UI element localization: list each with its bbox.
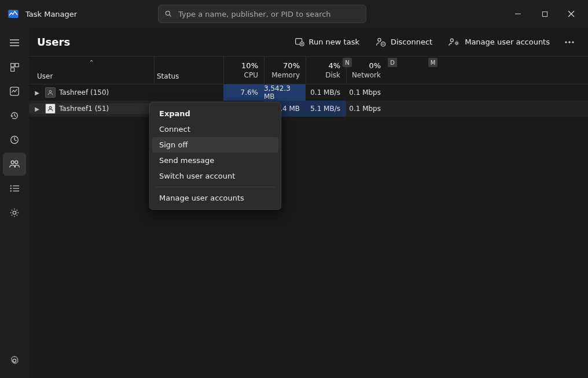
svg-point-38 [565, 41, 567, 43]
menu-send-message[interactable]: Send message [152, 153, 278, 168]
settings-button[interactable] [3, 349, 26, 372]
column-status[interactable]: Status [154, 57, 223, 84]
user-name: Tashreef1 (51) [59, 105, 109, 113]
window-controls [505, 5, 585, 23]
column-cpu[interactable]: 10% CPU [223, 57, 264, 84]
sort-caret-icon: ⌃ [89, 59, 94, 66]
nav-app-history[interactable] [3, 104, 26, 127]
column-user[interactable]: ⌃ User [29, 57, 154, 84]
column-badge-n: N [343, 58, 352, 67]
context-menu: Expand Connect Sign off Send message Swi… [149, 102, 281, 210]
manage-accounts-icon [449, 38, 460, 47]
minimize-button[interactable] [505, 5, 531, 23]
svg-line-18 [14, 140, 17, 141]
nav-startup[interactable] [3, 128, 26, 151]
svg-point-37 [456, 42, 458, 44]
nav-services[interactable] [3, 201, 26, 224]
column-memory[interactable]: 70% Memory [264, 57, 306, 84]
run-new-task-icon [295, 37, 304, 47]
svg-point-25 [10, 190, 12, 191]
user-avatar-icon [45, 103, 56, 114]
column-user-label: User [37, 72, 154, 80]
svg-point-1 [166, 11, 170, 15]
svg-point-39 [568, 41, 570, 43]
svg-point-33 [378, 38, 381, 41]
svg-point-28 [13, 359, 16, 362]
svg-point-21 [10, 185, 12, 186]
column-extra-m[interactable]: M [427, 57, 506, 84]
svg-point-19 [11, 161, 14, 164]
menu-expand[interactable]: Expand [152, 106, 278, 121]
run-new-task-button[interactable]: Run new task [288, 34, 366, 50]
run-new-task-label: Run new task [309, 38, 359, 46]
memory-cell: 3,542.3 MB [264, 84, 306, 101]
column-headers: ⌃ User Status 10% CPU 70% Memory N 4% Di… [29, 57, 588, 84]
more-options-button[interactable] [559, 33, 580, 51]
disconnect-button[interactable]: Disconnect [369, 34, 439, 51]
user-avatar-icon [45, 87, 56, 98]
memory-label: Memory [264, 71, 300, 79]
svg-line-15 [14, 116, 16, 117]
user-row[interactable]: ▶ Tashreef (150) 7.6% 3,542.3 MB 0.1 MB/… [29, 84, 588, 101]
user-rows: ▶ Tashreef (150) 7.6% 3,542.3 MB 0.1 MB/… [29, 84, 588, 117]
search-input[interactable] [178, 10, 360, 18]
search-box[interactable] [158, 5, 366, 23]
svg-point-36 [451, 39, 454, 42]
user-name: Tashreef (150) [59, 88, 109, 97]
svg-rect-11 [15, 63, 19, 66]
title-bar: Task Manager [0, 0, 588, 28]
page-title: Users [37, 36, 70, 48]
cpu-cell: 7.6% [223, 84, 264, 101]
svg-point-41 [49, 90, 52, 92]
column-extra-d[interactable]: D [387, 57, 427, 84]
disk-cell: 0.1 MB/s [306, 88, 346, 97]
chevron-right-icon[interactable]: ▶ [32, 106, 42, 112]
main-content: Users Run new task Disconnect Manage use… [29, 28, 588, 378]
cpu-label: CPU [224, 71, 258, 79]
nav-users[interactable] [3, 153, 26, 176]
disconnect-icon [376, 37, 386, 47]
menu-separator [156, 187, 275, 187]
svg-point-27 [13, 211, 16, 214]
nav-details[interactable] [3, 177, 26, 200]
cpu-percent: 10% [224, 61, 258, 71]
svg-point-40 [572, 41, 574, 43]
svg-rect-12 [10, 68, 14, 71]
disk-label: Disk [306, 71, 340, 79]
badge-m: M [428, 58, 438, 67]
svg-point-20 [15, 161, 18, 164]
chevron-right-icon[interactable]: ▶ [32, 90, 42, 96]
svg-rect-10 [10, 63, 14, 66]
svg-point-23 [10, 188, 12, 189]
hamburger-button[interactable] [3, 31, 26, 54]
menu-connect[interactable]: Connect [152, 121, 278, 137]
page-toolbar: Users Run new task Disconnect Manage use… [29, 28, 588, 57]
svg-rect-4 [542, 12, 547, 16]
more-icon [565, 41, 574, 43]
disconnect-label: Disconnect [391, 38, 432, 46]
svg-point-42 [49, 106, 52, 109]
manage-accounts-label: Manage user accounts [465, 38, 550, 46]
menu-switch-user[interactable]: Switch user account [152, 168, 278, 184]
close-button[interactable] [558, 5, 585, 23]
window-title: Task Manager [25, 10, 77, 18]
column-status-label: Status [157, 72, 223, 80]
nav-processes[interactable] [3, 55, 26, 79]
maximize-button[interactable] [531, 5, 558, 23]
memory-percent: 70% [264, 61, 300, 71]
sidebar [0, 28, 29, 378]
network-cell: 0.1 Mbps [346, 105, 387, 113]
manage-accounts-button[interactable]: Manage user accounts [442, 34, 557, 50]
app-icon [8, 10, 19, 18]
menu-sign-off[interactable]: Sign off [152, 137, 278, 153]
menu-manage-accounts[interactable]: Manage user accounts [152, 190, 278, 206]
svg-line-2 [170, 15, 171, 17]
user-row[interactable]: ▶ Tashreef1 (51) 0% 630.4 MB 5.1 MB/s 0.… [29, 101, 588, 117]
nav-performance[interactable] [3, 80, 26, 103]
badge-d: D [388, 58, 397, 67]
column-disk[interactable]: N 4% Disk [306, 57, 346, 84]
network-cell: 0.1 Mbps [346, 88, 387, 97]
disk-percent: 4% [306, 61, 340, 71]
search-icon [164, 10, 172, 18]
column-network[interactable]: 0% Network [346, 57, 387, 84]
